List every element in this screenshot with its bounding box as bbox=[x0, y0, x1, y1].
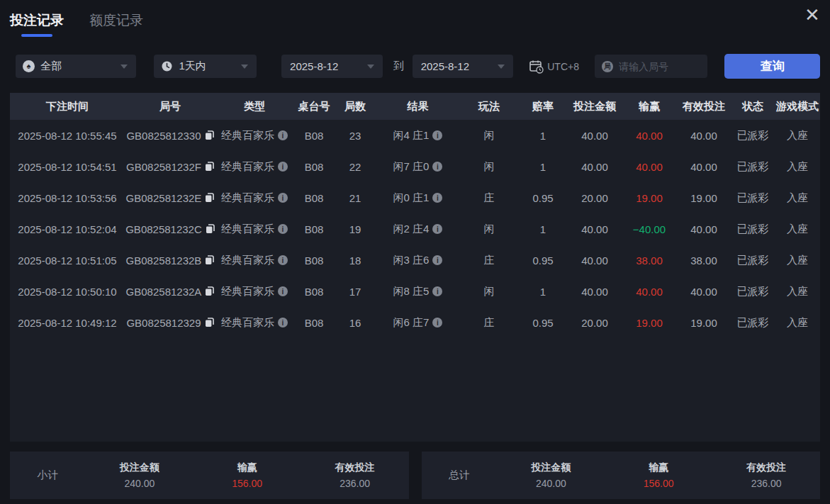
cell-mode: 入座 bbox=[775, 191, 820, 205]
cell-status: 已派彩 bbox=[731, 223, 775, 236]
calendar-clock-icon bbox=[529, 60, 544, 74]
spade-circle-icon: ♠ bbox=[23, 60, 35, 72]
total-label: 总计 bbox=[422, 469, 498, 482]
info-icon[interactable]: i bbox=[432, 162, 442, 172]
table-body: 2025-08-12 10:55:45GB0825812330经典百家乐iB08… bbox=[10, 120, 820, 338]
tab-bet-records[interactable]: 投注记录 bbox=[10, 11, 64, 37]
cell-status: 已派彩 bbox=[731, 160, 775, 174]
tab-quota-records[interactable]: 额度记录 bbox=[89, 11, 143, 37]
game-number-icon: 局 bbox=[602, 61, 613, 72]
filter-bar: ♠ 全部 1天内 2025-8-12 到 2025-8-12 UTC bbox=[16, 54, 820, 79]
copy-icon[interactable] bbox=[205, 130, 214, 140]
total-box: 总计 投注金额 240.00 输赢 156.00 有效投注 236.00 bbox=[422, 452, 821, 499]
game-number-input[interactable] bbox=[619, 61, 697, 72]
info-icon[interactable]: i bbox=[278, 318, 288, 327]
info-icon[interactable]: i bbox=[278, 130, 288, 140]
subtotal-bet-amount: 投注金额 240.00 bbox=[86, 461, 194, 489]
cell-type: 经典百家乐i bbox=[215, 223, 293, 236]
info-icon[interactable]: i bbox=[278, 224, 288, 234]
clock-icon bbox=[161, 60, 173, 72]
total-win-loss: 输赢 156.00 bbox=[605, 461, 712, 489]
cell-status: 已派彩 bbox=[731, 254, 775, 267]
cell-table-no: B08 bbox=[293, 161, 335, 173]
cell-table-no: B08 bbox=[293, 286, 335, 298]
copy-icon[interactable] bbox=[205, 286, 214, 296]
cell-win-loss: 40.00 bbox=[622, 286, 677, 298]
chevron-down-icon bbox=[498, 65, 505, 69]
cell-rounds: 23 bbox=[335, 130, 376, 142]
timezone-indicator: UTC+8 bbox=[529, 60, 579, 74]
info-icon[interactable]: i bbox=[432, 318, 442, 327]
column-header-rounds: 局数 bbox=[335, 100, 376, 113]
tab-bet-records-label: 投注记录 bbox=[10, 13, 64, 28]
cell-time: 2025-08-12 10:51:05 bbox=[10, 254, 125, 267]
copy-icon[interactable] bbox=[205, 318, 214, 327]
cell-valid-bet: 40.00 bbox=[677, 223, 731, 235]
table-header: 下注时间 局号 类型 桌台号 局数 结果 玩法 赔率 投注金额 输赢 有效投注 … bbox=[10, 93, 820, 120]
close-icon[interactable]: ✕ bbox=[800, 3, 824, 27]
cell-rounds: 22 bbox=[335, 161, 376, 173]
cell-win-loss: 40.00 bbox=[622, 130, 677, 142]
cell-valid-bet: 19.00 bbox=[677, 317, 731, 329]
date-to-select[interactable]: 2025-8-12 bbox=[413, 55, 514, 78]
cell-game-no: GB082581232A bbox=[125, 286, 215, 298]
cell-game-no: GB082581232F bbox=[125, 161, 215, 173]
cell-mode: 入座 bbox=[775, 129, 820, 142]
info-icon[interactable]: i bbox=[278, 286, 288, 296]
info-icon[interactable]: i bbox=[432, 224, 442, 234]
copy-icon[interactable] bbox=[205, 193, 214, 203]
info-icon[interactable]: i bbox=[278, 255, 288, 265]
cell-game-no: GB082581232E bbox=[125, 192, 215, 204]
cell-odds: 0.95 bbox=[518, 254, 568, 267]
cell-rounds: 18 bbox=[335, 254, 376, 267]
subtotal-valid-bet: 有效投注 236.00 bbox=[301, 461, 409, 489]
cell-win-loss: 19.00 bbox=[622, 317, 677, 329]
cell-odds: 0.95 bbox=[518, 192, 568, 204]
column-header-time: 下注时间 bbox=[10, 100, 125, 113]
column-header-table-no: 桌台号 bbox=[293, 100, 335, 113]
cell-type: 经典百家乐i bbox=[215, 316, 293, 330]
cell-table-no: B08 bbox=[293, 192, 335, 204]
copy-icon[interactable] bbox=[205, 255, 214, 265]
info-icon[interactable]: i bbox=[432, 255, 442, 265]
info-icon[interactable]: i bbox=[432, 193, 442, 203]
column-header-type: 类型 bbox=[215, 100, 293, 113]
subtotal-box: 小计 投注金额 240.00 输赢 156.00 有效投注 236.00 bbox=[10, 452, 409, 499]
column-header-result: 结果 bbox=[376, 100, 460, 113]
cell-odds: 1 bbox=[518, 130, 568, 142]
info-icon[interactable]: i bbox=[432, 286, 442, 296]
info-icon[interactable]: i bbox=[278, 193, 288, 203]
cell-result: 闲3 庄6i bbox=[376, 254, 460, 267]
cell-play: 闲 bbox=[460, 223, 518, 236]
cell-game-no: GB0825812330 bbox=[125, 130, 215, 142]
cell-bet-amount: 40.00 bbox=[568, 130, 622, 142]
cell-time: 2025-08-12 10:55:45 bbox=[10, 130, 125, 142]
cell-time: 2025-08-12 10:54:51 bbox=[10, 161, 125, 173]
table-row: 2025-08-12 10:53:56GB082581232E经典百家乐iB08… bbox=[10, 182, 820, 213]
timezone-label: UTC+8 bbox=[547, 61, 579, 72]
column-header-mode: 游戏模式 bbox=[775, 100, 820, 113]
column-header-win-loss: 输赢 bbox=[622, 100, 677, 113]
date-from-select[interactable]: 2025-8-12 bbox=[281, 55, 383, 78]
info-icon[interactable]: i bbox=[278, 162, 288, 172]
time-range-select[interactable]: 1天内 bbox=[154, 55, 257, 78]
game-number-field[interactable]: 局 bbox=[595, 55, 708, 78]
copy-icon[interactable] bbox=[205, 162, 214, 172]
table-row: 2025-08-12 10:50:10GB082581232A经典百家乐iB08… bbox=[10, 276, 820, 307]
column-header-play: 玩法 bbox=[460, 100, 518, 113]
cell-status: 已派彩 bbox=[731, 129, 775, 142]
cell-status: 已派彩 bbox=[731, 191, 775, 205]
query-button[interactable]: 查询 bbox=[724, 54, 820, 79]
cell-rounds: 17 bbox=[335, 286, 376, 298]
total-valid-bet: 有效投注 236.00 bbox=[712, 461, 820, 489]
cell-play: 庄 bbox=[460, 316, 518, 330]
cell-mode: 入座 bbox=[775, 316, 820, 330]
game-type-select[interactable]: ♠ 全部 bbox=[16, 55, 136, 78]
cell-odds: 0.95 bbox=[518, 317, 568, 329]
date-to-label: 到 bbox=[393, 60, 404, 73]
cell-result: 闲4 庄1i bbox=[376, 129, 460, 142]
copy-icon[interactable] bbox=[206, 224, 215, 234]
cell-time: 2025-08-12 10:53:56 bbox=[10, 192, 125, 204]
info-icon[interactable]: i bbox=[432, 130, 442, 140]
cell-result: 闲2 庄4i bbox=[376, 223, 460, 236]
